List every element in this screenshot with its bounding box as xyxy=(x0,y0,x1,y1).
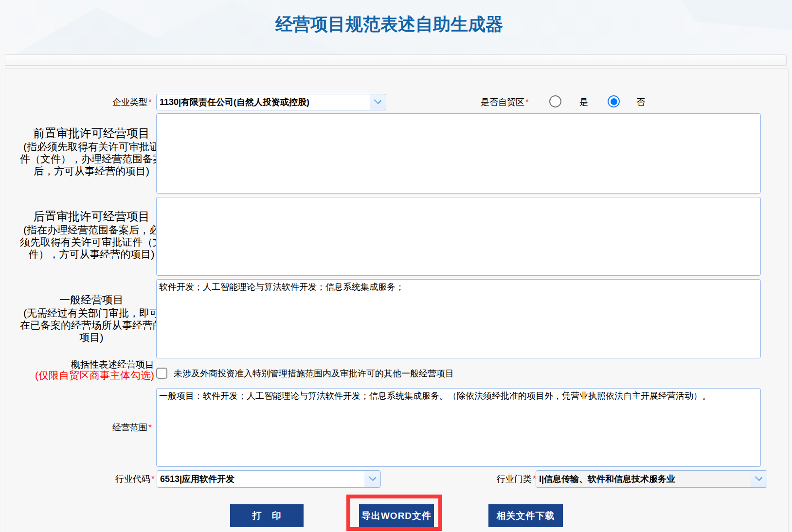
post-approval-title: 后置审批许可经营项目 xyxy=(15,209,168,224)
business-scope-label: 经营范围* xyxy=(0,388,152,467)
industry-code-arrow-zone[interactable] xyxy=(364,471,380,487)
pre-approval-title: 前置审批许可经营项目 xyxy=(15,126,168,141)
radio-selected-dot xyxy=(611,98,617,105)
business-scope-textarea[interactable]: 一般项目：软件开发；人工智能理论与算法软件开发；信息系统集成服务。（除依法须经批… xyxy=(156,388,761,467)
radio-yes-label[interactable]: 是 xyxy=(579,94,588,110)
post-approval-desc: (指在办理经营范围备案后，必 须先取得有关许可审批证件（文 件），方可从事经营的… xyxy=(15,224,168,260)
summary-statement-checkbox[interactable] xyxy=(156,368,167,379)
pre-approval-label: 前置审批许可经营项目 (指必须先取得有关许可审批证 件（文件），办理经营范围备案… xyxy=(15,126,168,177)
industry-code-label: 行业代码* xyxy=(0,470,155,488)
industry-category-label: 行业门类* xyxy=(383,470,536,488)
summary-statement-label: 概括性表述经营项目 (仅限自贸区商事主体勾选) xyxy=(0,359,154,381)
general-items-title: 一般经营项目 xyxy=(15,293,168,307)
summary-statement-checkbox-label[interactable]: 未涉及外商投资准入特别管理措施范围内及审批许可的其他一般经营项目 xyxy=(174,366,454,381)
required-asterisk: * xyxy=(148,97,152,107)
required-asterisk: * xyxy=(525,97,529,107)
pre-approval-desc: (指必须先取得有关许可审批证 件（文件），办理经营范围备案 后，方可从事经营的项… xyxy=(15,141,168,177)
free-trade-zone-label: 是否自贸区* xyxy=(377,94,529,110)
general-items-textarea[interactable]: 软件开发；人工智能理论与算法软件开发；信息系统集成服务； xyxy=(156,279,761,358)
post-approval-textarea[interactable] xyxy=(156,197,761,276)
enterprise-type-select[interactable]: 1130|有限责任公司(自然人投资或控股) xyxy=(156,94,386,110)
chevron-down-icon xyxy=(368,473,377,481)
highlight-rectangle xyxy=(346,495,442,531)
industry-category-value: I|信息传输、软件和信息技术服务业 xyxy=(539,471,675,487)
pre-approval-textarea[interactable] xyxy=(156,113,761,194)
post-approval-label: 后置审批许可经营项目 (指在办理经营范围备案后，必 须先取得有关许可审批证件（文… xyxy=(15,209,168,260)
industry-code-value: 6513|应用软件开发 xyxy=(160,471,234,487)
radio-yes[interactable] xyxy=(549,95,561,107)
radio-no-label[interactable]: 否 xyxy=(636,94,645,110)
download-files-button[interactable]: 相关文件下载 xyxy=(488,504,563,527)
general-items-label: 一般经营项目 (无需经过有关部门审批，即可 在已备案的经营场所从事经营的 项目) xyxy=(15,293,168,343)
collapsed-header-bar xyxy=(5,54,787,66)
industry-category-arrow-zone[interactable] xyxy=(751,471,767,487)
industry-code-select[interactable]: 6513|应用软件开发 xyxy=(157,470,381,488)
page-title: 经营项目规范表述自助生成器 xyxy=(275,14,503,35)
summary-statement-label-line1: 概括性表述经营项目 xyxy=(0,359,154,370)
chevron-down-icon xyxy=(755,473,763,481)
industry-category-select[interactable]: I|信息传输、软件和信息技术服务业 xyxy=(536,470,767,488)
general-items-desc: (无需经过有关部门审批，即可 在已备案的经营场所从事经营的 项目) xyxy=(15,307,168,343)
enterprise-type-label: 企业类型* xyxy=(0,94,152,110)
enterprise-type-value: 1130|有限责任公司(自然人投资或控股) xyxy=(160,94,309,110)
radio-no[interactable] xyxy=(608,95,620,107)
required-asterisk: * xyxy=(148,423,152,432)
print-button[interactable]: 打 印 xyxy=(230,504,304,527)
required-asterisk: * xyxy=(151,474,155,484)
summary-statement-label-line2: (仅限自贸区商事主体勾选) xyxy=(0,370,154,381)
